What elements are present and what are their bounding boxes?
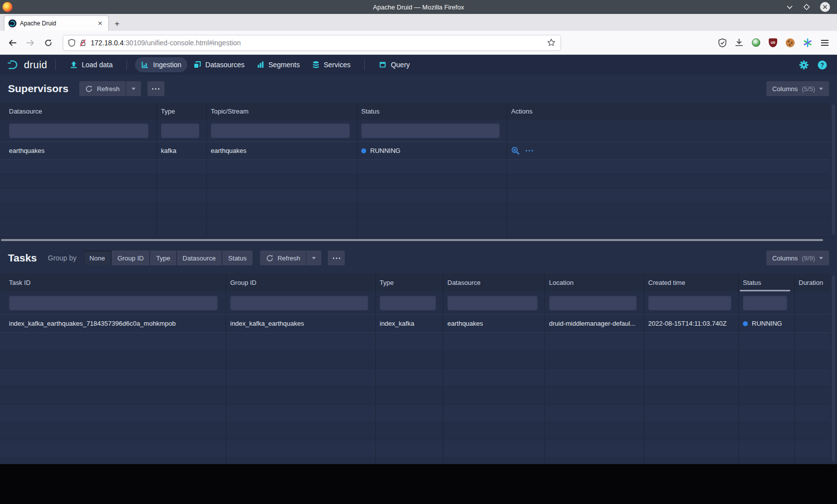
column-header-created-time[interactable]: Created time <box>644 273 739 291</box>
supervisor-row-earthquakes[interactable]: earthquakes kafka earthquakes RUNNING <box>0 141 830 160</box>
nav-load-data[interactable]: Load data <box>64 57 119 72</box>
reload-button[interactable] <box>41 35 56 50</box>
tasks-columns-button[interactable]: Columns (9/9) <box>766 251 829 265</box>
group-by-none-button[interactable]: None <box>84 251 111 265</box>
tab-close-icon[interactable]: ✕ <box>96 20 104 27</box>
filter-topic-stream-input[interactable] <box>211 123 350 138</box>
download-icon[interactable] <box>735 38 743 47</box>
druid-navbar: druid Load data Ingestion Datasources <box>0 55 837 75</box>
filter-created-time-input[interactable] <box>648 295 731 310</box>
help-icon[interactable]: ? <box>818 60 827 70</box>
chevron-down-icon <box>132 88 136 90</box>
task-row-index-kafka-earthquakes[interactable]: index_kafka_earthquakes_7184357396d6c0a_… <box>0 314 830 333</box>
column-header-duration[interactable]: Duration <box>795 273 830 291</box>
nav-query[interactable]: Query <box>373 57 416 72</box>
filter-task-id-input[interactable] <box>9 295 218 310</box>
nav-ingestion[interactable]: Ingestion <box>135 57 187 72</box>
supervisors-refresh-caret-button[interactable] <box>126 81 141 96</box>
tasks-title: Tasks <box>8 252 37 264</box>
column-header-datasource[interactable]: Datasource <box>443 273 545 291</box>
column-header-status[interactable]: Status <box>357 103 507 120</box>
empty-row <box>0 160 830 174</box>
brand-name: druid <box>24 59 47 71</box>
url-bar[interactable]: 172.18.0.4:30109/unified-console.html#in… <box>63 35 561 51</box>
url-text: 172.18.0.4:30109/unified-console.html#in… <box>91 39 543 47</box>
shield-check-icon[interactable] <box>718 38 726 47</box>
column-header-location[interactable]: Location <box>545 273 644 291</box>
firefox-window: Apache Druid — Mozilla Firefox Apache Dr… <box>0 0 837 504</box>
filter-type-input[interactable] <box>380 295 436 310</box>
supervisors-title: Supervisors <box>8 83 68 95</box>
tab-strip: Apache Druid ✕ + <box>0 14 837 31</box>
column-header-type[interactable]: Type <box>376 273 443 291</box>
supervisors-columns-button[interactable]: Columns (5/5) <box>766 81 829 96</box>
nav-label: Load data <box>82 61 113 69</box>
window-close-icon[interactable] <box>820 2 830 12</box>
empty-row <box>0 386 830 404</box>
nav-datasources[interactable]: Datasources <box>187 57 251 72</box>
filter-group-id-input[interactable] <box>230 295 368 310</box>
nav-label: Services <box>324 61 351 69</box>
column-header-group-id[interactable]: Group ID <box>226 273 376 291</box>
supervisor-topic: earthquakes <box>207 142 357 159</box>
privacy-badger-icon[interactable] <box>752 38 760 47</box>
filter-status-input[interactable] <box>361 123 500 138</box>
empty-row <box>0 174 830 189</box>
permissions-shield-icon[interactable] <box>68 39 75 47</box>
back-button[interactable] <box>5 35 20 50</box>
tasks-refresh-caret-button[interactable] <box>306 251 321 265</box>
menu-hamburger-icon[interactable] <box>821 39 829 46</box>
container-asterisk-icon[interactable] <box>803 38 812 47</box>
tasks-refresh-button[interactable]: Refresh <box>260 251 306 265</box>
filter-type-input[interactable] <box>161 123 199 138</box>
group-by-group-id-button[interactable]: Group ID <box>112 251 150 265</box>
task-group-id: index_kafka_earthquakes <box>226 315 376 332</box>
inspect-magnifier-icon[interactable] <box>511 146 520 155</box>
empty-row <box>0 422 830 440</box>
filter-datasource-input[interactable] <box>447 295 538 310</box>
group-by-type-button[interactable]: Type <box>150 251 176 265</box>
tasks-more-button[interactable] <box>328 251 345 265</box>
empty-row <box>0 369 830 386</box>
column-header-type[interactable]: Type <box>157 103 207 120</box>
filter-location-input[interactable] <box>549 295 637 310</box>
more-icon <box>152 88 159 90</box>
nav-segments[interactable]: Segments <box>251 57 306 72</box>
settings-gear-icon[interactable] <box>799 60 809 70</box>
new-tab-button[interactable]: + <box>109 19 126 31</box>
column-header-task-id[interactable]: Task ID <box>0 273 226 291</box>
filter-datasource-input[interactable] <box>9 123 148 138</box>
supervisors-refresh-button[interactable]: Refresh <box>79 81 126 96</box>
task-duration <box>795 315 830 332</box>
nav-services[interactable]: Services <box>306 57 357 72</box>
running-status-dot <box>361 148 366 153</box>
horizontal-scrollbar[interactable] <box>0 238 837 243</box>
supervisors-more-button[interactable] <box>147 81 164 96</box>
chevron-down-icon <box>819 257 823 259</box>
services-icon <box>312 61 320 69</box>
filter-status-input[interactable] <box>743 295 787 310</box>
column-header-status-sorted[interactable]: Status <box>739 273 795 291</box>
scrollbar-thumb[interactable] <box>1 239 823 241</box>
window-minimize-icon[interactable] <box>786 4 793 9</box>
forward-button[interactable] <box>23 35 38 50</box>
tasks-filter-row <box>0 291 830 314</box>
druid-logo[interactable]: druid <box>7 59 47 71</box>
ublock-origin-icon[interactable]: U0 <box>769 38 777 47</box>
refresh-icon <box>266 254 274 262</box>
group-by-status-button[interactable]: Status <box>222 251 253 265</box>
query-icon <box>379 61 387 69</box>
empty-row <box>0 203 830 218</box>
supervisor-datasource: earthquakes <box>0 142 157 159</box>
supervisors-filter-row <box>0 120 830 141</box>
group-by-datasource-button[interactable]: Datasource <box>177 251 222 265</box>
window-maximize-icon[interactable] <box>803 3 810 10</box>
row-more-actions-icon[interactable] <box>526 150 533 151</box>
column-header-topic-stream[interactable]: Topic/Stream <box>207 103 357 120</box>
column-header-datasource[interactable]: Datasource <box>0 103 157 120</box>
cookie-icon[interactable] <box>786 38 795 47</box>
insecure-lock-icon[interactable] <box>79 39 87 47</box>
nav-label: Datasources <box>205 61 245 69</box>
bookmark-star-icon[interactable] <box>547 38 556 47</box>
tab-apache-druid[interactable]: Apache Druid ✕ <box>4 15 109 31</box>
